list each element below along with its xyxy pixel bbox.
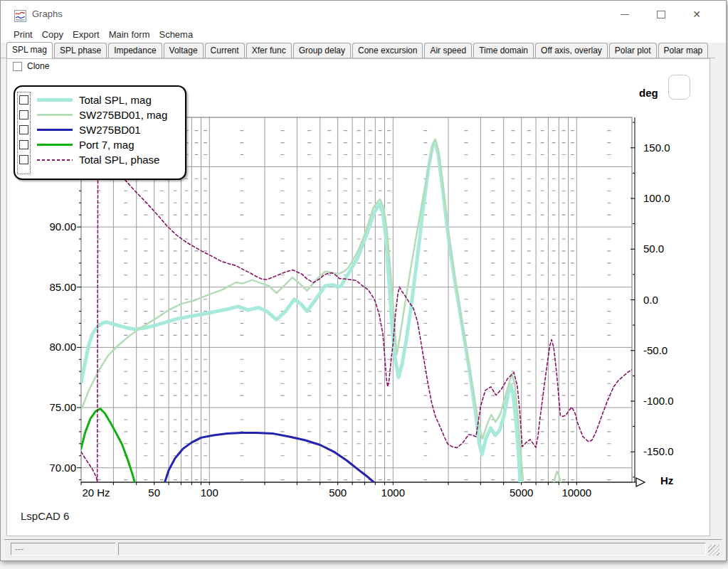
legend-checkbox-sw275bd01-mag[interactable] — [19, 110, 28, 119]
legend-checkbox-sw275bd01[interactable] — [19, 125, 28, 134]
legend-item: Port 7, mag — [15, 137, 185, 152]
freq-axis-label: 500 — [329, 486, 347, 499]
phase-axis-label: 100.0 — [643, 192, 670, 204]
screen: Graphs ✕ PrintCopyExportMain formSchema … — [0, 0, 728, 569]
legend-label: Total SPL, mag — [79, 94, 152, 106]
legend-line-sample — [37, 144, 73, 146]
phase-axis-label: 50.0 — [643, 243, 664, 255]
legend-label: SW275BD01, mag — [79, 109, 167, 121]
deg-axis-box[interactable] — [668, 75, 690, 100]
freq-axis-arrow-icon — [636, 478, 645, 486]
status-text: --- — [11, 543, 115, 554]
legend-checkbox-port-7-mag[interactable] — [19, 140, 28, 149]
legend-checkbox-total-spl-mag[interactable] — [19, 95, 28, 105]
legend-line-sample — [37, 98, 73, 102]
legend-label: SW275BD01 — [79, 124, 141, 136]
freq-axis-label: 20 Hz — [82, 486, 110, 499]
legend-line-sample — [37, 129, 73, 131]
status-bar: --- — [4, 539, 722, 559]
legend-item: Total SPL, phase — [15, 152, 185, 167]
legend-label: Total SPL, phase — [79, 154, 159, 166]
chart-grid-horizontal — [81, 166, 632, 467]
db-axis-label: 70.00 — [49, 462, 76, 474]
legend-line-sample — [37, 159, 73, 161]
app-version-label: LspCAD 6 — [21, 510, 69, 522]
db-axis-label: 85.00 — [49, 281, 76, 293]
spl-chart: 90.0085.0080.0075.0070.00150.0100.050.00… — [1, 1, 728, 541]
legend-item: SW275BD01, mag — [15, 107, 185, 122]
db-axis-label: 75.00 — [49, 401, 76, 413]
status-panel-1: --- — [11, 543, 116, 555]
legend-line-sample — [37, 114, 73, 116]
phase-axis-label: 0.0 — [643, 294, 658, 306]
db-axis-label: 80.00 — [49, 341, 76, 353]
phase-axis-label: -50.0 — [643, 344, 668, 356]
legend-label: Port 7, mag — [79, 139, 134, 151]
hz-unit-label: Hz — [660, 474, 673, 486]
chart-grid-minor-dashes — [97, 131, 611, 480]
legend-item: SW275BD01 — [15, 122, 185, 137]
status-panel-2 — [118, 543, 706, 555]
phase-axis-label: -100.0 — [643, 395, 674, 407]
phase-axis-label: -150.0 — [643, 445, 674, 457]
phase-axis — [631, 117, 635, 482]
resize-grip[interactable] — [708, 545, 719, 555]
freq-axis-label: 100 — [201, 486, 218, 499]
phase-axis-label: 150.0 — [643, 142, 670, 154]
deg-unit-label: deg — [639, 87, 658, 99]
freq-axis-label: 50 — [148, 486, 160, 499]
chart-legend: Total SPL, mag SW275BD01, mag SW275BD01 … — [14, 85, 186, 180]
series-total-spl-mag — [81, 142, 522, 510]
freq-axis-label: 1000 — [381, 486, 405, 499]
graphs-window: Graphs ✕ PrintCopyExportMain formSchema … — [0, 0, 727, 561]
legend-item: Total SPL, mag — [15, 92, 185, 107]
legend-checkbox-total-spl-phase[interactable] — [19, 155, 28, 164]
series-port-7-mag — [81, 409, 137, 489]
freq-axis-label: 5000 — [510, 486, 533, 499]
db-axis-label: 90.00 — [49, 220, 76, 233]
freq-axis-label: 10000 — [561, 486, 591, 499]
